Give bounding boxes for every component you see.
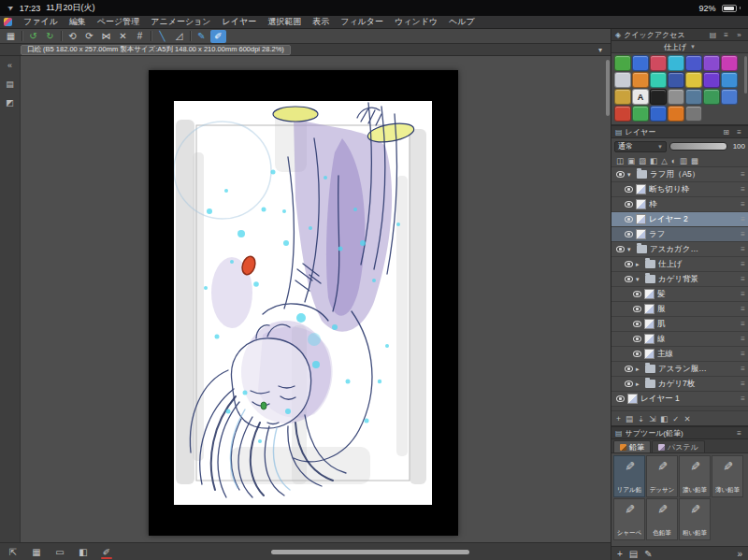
collapse-left-palette-icon[interactable]: «	[3, 59, 18, 72]
layer-handle-icon[interactable]: ≡	[741, 380, 748, 388]
canvas-pasteboard[interactable]	[149, 70, 458, 536]
undo-icon[interactable]: ↺	[25, 30, 41, 43]
separator-3[interactable]	[149, 30, 153, 43]
visibility-eye-icon[interactable]	[624, 261, 633, 267]
folder-arrow-icon[interactable]	[636, 276, 642, 283]
expand-right-icon[interactable]: »	[737, 547, 742, 560]
quick-access-item[interactable]	[685, 106, 702, 122]
layer-row[interactable]: アスラン服… ≡	[611, 362, 748, 377]
add-mask-icon[interactable]: ◧	[660, 414, 668, 424]
layer-row[interactable]: レイヤー 1 ≡	[611, 392, 748, 407]
layer-handle-icon[interactable]: ≡	[741, 335, 748, 343]
quick-access-item[interactable]	[703, 55, 720, 71]
menu-window[interactable]: ウィンドウ	[389, 15, 443, 29]
layer-row[interactable]: 断ち切り枠 ≡	[611, 182, 748, 197]
qa-menu-icon[interactable]: ≡	[721, 31, 731, 39]
layer-handle-icon[interactable]: ≡	[741, 230, 748, 238]
fullscreen-icon[interactable]: ⇱	[6, 545, 21, 559]
quick-access-item[interactable]	[685, 72, 702, 88]
tab-list-icon[interactable]: ▾	[594, 46, 607, 54]
quick-access-item[interactable]	[614, 106, 631, 122]
color-palette-icon[interactable]: ◩	[3, 96, 18, 109]
apply-mask-icon[interactable]: ✓	[672, 414, 679, 424]
clip-studio-logo-icon[interactable]	[4, 18, 12, 26]
new-layer-icon[interactable]: +	[616, 414, 621, 424]
subtool-item[interactable]: ✎ シャーペ	[613, 498, 645, 540]
quick-access-item[interactable]	[703, 89, 720, 105]
symmetry-ruler-icon[interactable]: ✕	[115, 30, 131, 43]
palette-dock-icon[interactable]: ▤	[629, 547, 638, 560]
collapse-right-palette-icon[interactable]: »	[734, 31, 744, 39]
subtool-item[interactable]: ✎ デッサン	[646, 455, 678, 497]
layer-color-icon[interactable]: ▩	[691, 156, 698, 165]
layer-row[interactable]: ラフ ≡	[611, 227, 748, 242]
layer-row[interactable]: レイヤー 2 ≡	[611, 212, 748, 227]
layer-handle-icon[interactable]: ≡	[741, 320, 748, 328]
layer-handle-icon[interactable]: ≡	[741, 245, 748, 253]
tool-palette-icon[interactable]: ▤	[3, 78, 18, 91]
canvas-vertical-scrollbar[interactable]	[606, 60, 610, 116]
menu-view[interactable]: 表示	[307, 15, 335, 29]
visibility-eye-icon[interactable]	[624, 186, 633, 193]
canvas-page[interactable]	[174, 101, 432, 505]
menu-animation[interactable]: アニメーション	[145, 15, 216, 29]
lock-alpha-icon[interactable]: ▨	[639, 156, 646, 165]
lock-layer-icon[interactable]: ▣	[627, 156, 635, 165]
menu-page-manage[interactable]: ページ管理	[92, 15, 145, 29]
visibility-eye-icon[interactable]	[624, 366, 633, 372]
quick-access-item[interactable]	[721, 72, 738, 88]
subtool-item[interactable]: ✎ 濃い鉛筆	[679, 455, 711, 497]
layer-handle-icon[interactable]: ≡	[741, 290, 748, 298]
merge-down-icon[interactable]: ⇲	[649, 414, 655, 424]
visibility-eye-icon[interactable]	[624, 381, 633, 387]
folder-arrow-icon[interactable]	[636, 366, 642, 373]
rotate-cw-icon[interactable]: ⟳	[81, 30, 97, 43]
mask-icon[interactable]: ◧	[650, 156, 657, 165]
separator-1[interactable]	[20, 30, 24, 43]
touch-gesture-icon[interactable]: ✐	[210, 30, 226, 43]
menu-edit[interactable]: 編集	[64, 15, 92, 29]
layer-handle-icon[interactable]: ≡	[741, 365, 748, 373]
subtool-item[interactable]: ✎ リアル鉛	[613, 455, 645, 497]
visibility-eye-icon[interactable]	[632, 321, 641, 327]
layer-handle-icon[interactable]: ≡	[741, 200, 748, 208]
layer-handle-icon[interactable]: ≡	[741, 185, 748, 194]
quick-access-item[interactable]	[685, 55, 702, 71]
rotate-ccw-icon[interactable]: ⟲	[65, 30, 80, 43]
quick-access-item[interactable]	[614, 55, 631, 71]
quick-access-item[interactable]	[650, 89, 667, 105]
quick-access-item[interactable]	[650, 106, 667, 122]
reference-layer-icon[interactable]: ◐	[671, 156, 676, 165]
quick-access-item[interactable]	[721, 55, 738, 71]
visibility-eye-icon[interactable]	[615, 395, 625, 402]
visibility-eye-icon[interactable]	[632, 291, 641, 297]
redo-icon[interactable]: ↻	[42, 30, 58, 43]
subtool-menu-icon[interactable]: ≡	[734, 429, 744, 438]
visibility-eye-icon[interactable]	[624, 231, 633, 237]
layer-row[interactable]: 服 ≡	[611, 302, 748, 317]
quick-access-item[interactable]	[632, 72, 649, 88]
document-tab[interactable]: 口絵 (B5 182.00 x 257.00mm 製本サイズ:A5判 148.0…	[21, 45, 291, 55]
menu-help[interactable]: ヘルプ	[443, 15, 481, 29]
visibility-eye-icon[interactable]	[615, 246, 625, 252]
menu-file[interactable]: ファイル	[18, 15, 64, 29]
subtool-tab-pencil[interactable]: 鉛筆	[613, 440, 651, 452]
subtool-item[interactable]: ✎ 色鉛筆	[646, 498, 678, 540]
blend-mode-select[interactable]: 通常▼	[614, 141, 667, 152]
canvas-horizontal-scrollbar[interactable]	[271, 550, 469, 554]
folder-arrow-icon[interactable]	[636, 381, 642, 388]
menu-filter[interactable]: フィルター	[335, 15, 389, 29]
subtool-tab-pastel[interactable]: パステル	[652, 440, 705, 452]
transform-grid-icon[interactable]: ▦	[3, 30, 19, 43]
visibility-eye-icon[interactable]	[632, 306, 641, 312]
ruler-icon[interactable]: △	[661, 156, 668, 165]
layer-row[interactable]: 肌 ≡	[611, 317, 748, 332]
layer-row[interactable]: カゲリ背景 ≡	[611, 272, 748, 287]
qa-scrollbar[interactable]	[744, 56, 747, 93]
quick-access-item[interactable]	[668, 55, 684, 71]
folder-arrow-icon[interactable]	[627, 171, 634, 179]
subtool-item[interactable]: ✎ 粗い鉛筆	[679, 498, 711, 540]
edge-keyboard-icon[interactable]: ▭	[52, 545, 67, 559]
layer-row[interactable]: 枠 ≡	[611, 197, 748, 212]
menu-layer[interactable]: レイヤー	[217, 15, 263, 29]
